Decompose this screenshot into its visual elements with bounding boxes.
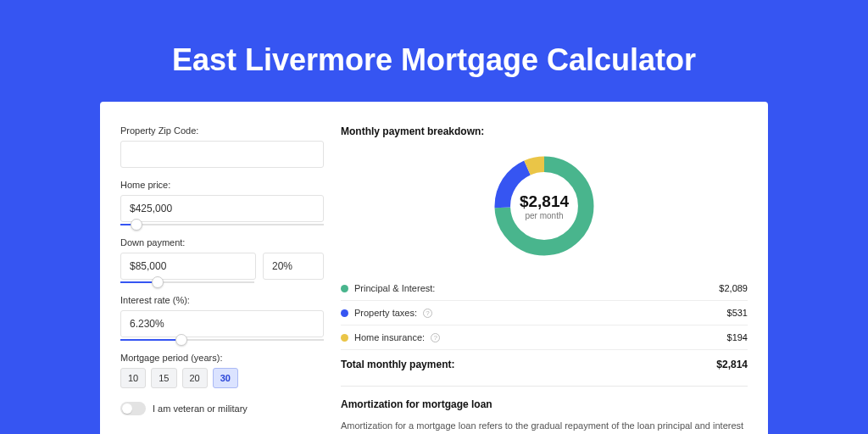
slider-thumb[interactable] <box>152 276 164 288</box>
info-icon[interactable]: ? <box>431 333 440 342</box>
legend-label: Principal & Interest: <box>354 283 435 293</box>
divider <box>341 386 748 387</box>
form-panel: Property Zip Code: Home price: Down paym… <box>120 125 324 434</box>
amortization-text: Amortization for a mortgage loan refers … <box>341 419 748 434</box>
home-price-slider[interactable] <box>120 224 324 225</box>
toggle-knob <box>122 403 132 414</box>
dot-icon <box>341 285 348 292</box>
donut-sub: per month <box>525 211 563 220</box>
slider-thumb[interactable] <box>175 334 187 346</box>
zip-label: Property Zip Code: <box>120 125 324 136</box>
period-option-30[interactable]: 30 <box>213 368 238 388</box>
info-icon[interactable]: ? <box>423 309 432 318</box>
period-option-20[interactable]: 20 <box>182 368 208 388</box>
veteran-label: I am veteran or military <box>153 403 248 414</box>
interest-rate-input[interactable] <box>120 310 324 337</box>
down-payment-slider[interactable] <box>120 281 254 283</box>
page-title: East Livermore Mortgage Calculator <box>0 42 868 78</box>
amortization-heading: Amortization for mortgage loan <box>341 398 748 410</box>
legend-principal-interest: Principal & Interest: $2,089 <box>341 276 748 301</box>
veteran-toggle[interactable] <box>120 402 146 415</box>
dot-icon <box>341 309 348 317</box>
legend-amount: $194 <box>727 332 748 342</box>
total-amount: $2,814 <box>716 359 748 370</box>
dot-icon <box>341 334 348 342</box>
total-row: Total monthly payment: $2,814 <box>341 350 748 370</box>
calculator-card: Property Zip Code: Home price: Down paym… <box>100 102 768 434</box>
legend-label: Property taxes: <box>354 308 417 318</box>
down-payment-input[interactable] <box>120 253 256 280</box>
legend-amount: $2,089 <box>719 283 748 293</box>
home-price-input[interactable] <box>120 195 324 222</box>
total-label: Total monthly payment: <box>341 359 454 370</box>
legend-home-insurance: Home insurance: ? $194 <box>341 326 748 350</box>
interest-rate-label: Interest rate (%): <box>120 295 324 305</box>
down-payment-pct-input[interactable] <box>263 253 324 280</box>
slider-thumb[interactable] <box>131 219 142 231</box>
payment-donut-chart: $2,814 per month <box>489 151 599 261</box>
down-payment-label: Down payment: <box>120 237 324 248</box>
period-label: Mortgage period (years): <box>120 353 324 363</box>
period-option-10[interactable]: 10 <box>120 368 146 388</box>
legend-property-taxes: Property taxes: ? $531 <box>341 301 748 326</box>
breakdown-panel: Monthly payment breakdown: $2,814 per mo… <box>341 125 748 434</box>
period-option-15[interactable]: 15 <box>151 368 176 388</box>
home-price-label: Home price: <box>120 180 324 190</box>
breakdown-title: Monthly payment breakdown: <box>341 125 748 137</box>
legend-amount: $531 <box>727 308 748 318</box>
donut-amount: $2,814 <box>520 192 569 211</box>
interest-rate-slider[interactable] <box>120 339 324 341</box>
legend-label: Home insurance: <box>354 332 425 342</box>
zip-input[interactable] <box>120 141 324 168</box>
period-group: 10 15 20 30 <box>120 368 324 388</box>
